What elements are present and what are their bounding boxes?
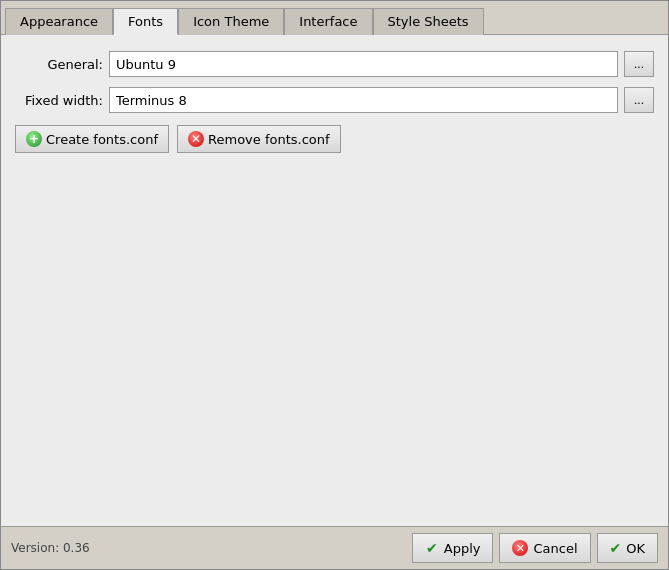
main-window: Appearance Fonts Icon Theme Interface St… [0, 0, 669, 570]
fixed-width-browse-button[interactable]: ... [624, 87, 654, 113]
apply-label: Apply [444, 541, 481, 556]
apply-check-icon: ✔ [425, 541, 439, 555]
tab-style-sheets[interactable]: Style Sheets [373, 8, 484, 35]
action-row: Create fonts.conf ✕ Remove fonts.conf [15, 125, 654, 153]
tab-content: General: ... Fixed width: ... Create fon… [1, 35, 668, 526]
tab-icon-theme[interactable]: Icon Theme [178, 8, 284, 35]
remove-fonts-conf-button[interactable]: ✕ Remove fonts.conf [177, 125, 341, 153]
general-input[interactable] [109, 51, 618, 77]
apply-button[interactable]: ✔ Apply [412, 533, 494, 563]
remove-label: Remove fonts.conf [208, 132, 330, 147]
ok-button[interactable]: ✔ OK [597, 533, 659, 563]
create-fonts-conf-button[interactable]: Create fonts.conf [15, 125, 169, 153]
fixed-width-input[interactable] [109, 87, 618, 113]
cancel-button[interactable]: ✕ Cancel [499, 533, 590, 563]
tab-fonts[interactable]: Fonts [113, 8, 178, 35]
tab-appearance[interactable]: Appearance [5, 8, 113, 35]
general-row: General: ... [15, 51, 654, 77]
cancel-icon: ✕ [512, 540, 528, 556]
cancel-label: Cancel [533, 541, 577, 556]
ok-check-icon: ✔ [610, 540, 622, 556]
footer: Version: 0.36 ✔ Apply ✕ Cancel ✔ OK [1, 526, 668, 569]
tab-bar: Appearance Fonts Icon Theme Interface St… [1, 1, 668, 35]
ok-label: OK [626, 541, 645, 556]
create-label: Create fonts.conf [46, 132, 158, 147]
version-text: Version: 0.36 [11, 541, 406, 555]
remove-icon: ✕ [188, 131, 204, 147]
tab-interface[interactable]: Interface [284, 8, 372, 35]
fixed-width-row: Fixed width: ... [15, 87, 654, 113]
create-icon [26, 131, 42, 147]
fixed-width-label: Fixed width: [15, 93, 103, 108]
general-label: General: [15, 57, 103, 72]
general-browse-button[interactable]: ... [624, 51, 654, 77]
